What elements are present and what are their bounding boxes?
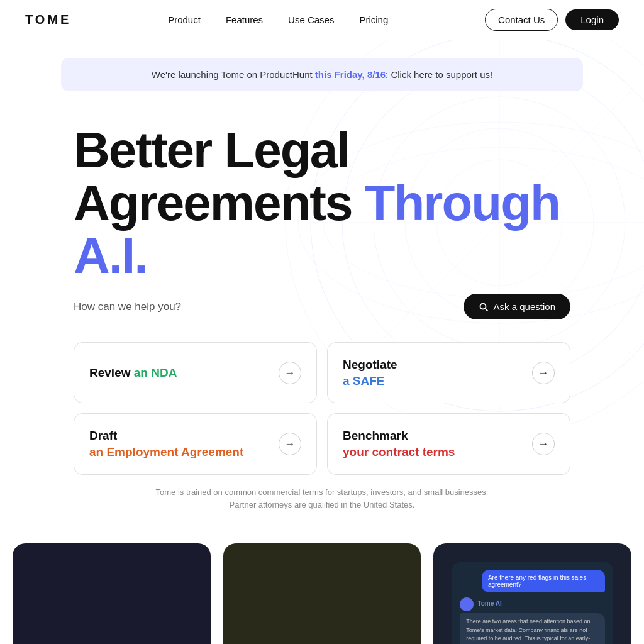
svg-line-13 — [485, 308, 487, 311]
user-bubble: Are there any red flags in this sales ag… — [482, 570, 605, 592]
action-cards-grid: Review an NDA → Negotiatea SAFE → Drafta… — [61, 342, 583, 475]
search-icon — [479, 302, 489, 312]
action-card-review-nda[interactable]: Review an NDA → — [74, 342, 317, 403]
announcement-prefix: We're launching Tome on ProductHunt — [152, 69, 315, 80]
ai-bubble: There are two areas that need attention … — [460, 613, 605, 644]
nav-features[interactable]: Features — [226, 14, 263, 25]
action-card-label: Negotiatea SAFE — [343, 357, 397, 389]
card-accent: an NDA — [134, 366, 177, 379]
feature-card-deep-ai: 1. SAAS SERVICES AND SUPPORT 1.1 Subject… — [223, 543, 421, 644]
action-card-draft-employment[interactable]: Draftan Employment Agreement → — [74, 413, 317, 474]
login-button[interactable]: Login — [565, 9, 619, 30]
ai-chat-row: Tome AI There are two areas that need at… — [460, 597, 605, 644]
navbar: TOME Product Features Use Cases Pricing … — [0, 0, 644, 40]
action-card-label: Draftan Employment Agreement — [89, 428, 243, 460]
arrow-icon: → — [279, 362, 301, 384]
mock-chat-ui: Are there any red flags in this sales ag… — [452, 562, 613, 644]
nav-links: Product Features Use Cases Pricing — [168, 14, 388, 26]
card-accent: a SAFE — [343, 374, 385, 387]
hero-title: Better Legal Agreements Through A.I. — [74, 124, 570, 282]
hero-subtitle-text: How can we help you? — [74, 301, 181, 313]
action-card-label: Review an NDA — [89, 365, 177, 381]
card-accent: an Employment Agreement — [89, 445, 243, 458]
arrow-icon: → — [532, 433, 555, 455]
announcement-highlight: this Friday, 8/16 — [315, 69, 386, 80]
nav-use-cases[interactable]: Use Cases — [288, 14, 334, 25]
arrow-icon: → — [279, 433, 301, 455]
nav-product[interactable]: Product — [168, 14, 201, 25]
nav-pricing[interactable]: Pricing — [359, 14, 388, 25]
nav-actions: Contact Us Login — [485, 9, 619, 31]
hero-section: We're launching Tome on ProductHunt this… — [0, 40, 644, 512]
logo: TOME — [25, 13, 71, 27]
announcement-banner[interactable]: We're launching Tome on ProductHunt this… — [61, 58, 583, 91]
arrow-icon: → — [532, 362, 555, 384]
feature-card-expert: Are there any red flags in this sales ag… — [433, 543, 631, 644]
announcement-suffix: : Click here to support us! — [386, 69, 492, 80]
action-card-label: Benchmarkyour contract terms — [343, 428, 455, 460]
features-section: Contract analyzed Tome standard playbook… — [0, 543, 644, 644]
hero-text-block: Better Legal Agreements Through A.I. How… — [61, 124, 583, 319]
card-accent: your contract terms — [343, 445, 455, 458]
disclaimer-text: Tome is trained on common commercial ter… — [61, 486, 583, 513]
hero-subtitle-row: How can we help you? Ask a question — [74, 294, 570, 319]
action-card-benchmark[interactable]: Benchmarkyour contract terms → — [327, 413, 570, 474]
ai-avatar — [460, 597, 474, 611]
feature-card-templates: Contract analyzed Tome standard playbook… — [13, 543, 211, 644]
action-card-negotiate-safe[interactable]: Negotiatea SAFE → — [327, 342, 570, 403]
ask-question-button[interactable]: Ask a question — [464, 294, 570, 319]
contact-us-button[interactable]: Contact Us — [485, 9, 558, 31]
